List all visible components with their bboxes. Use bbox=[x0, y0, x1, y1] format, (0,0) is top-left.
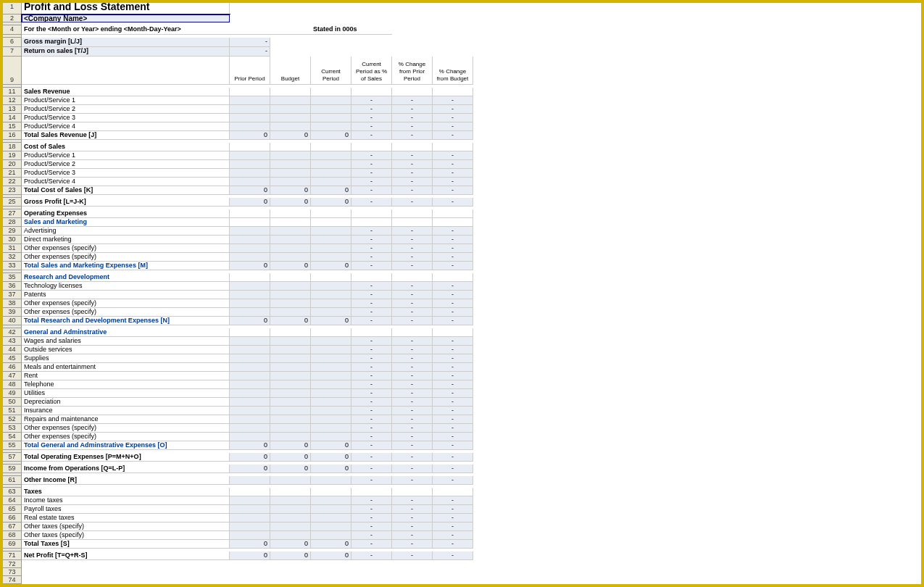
value-cell[interactable]: - bbox=[351, 198, 392, 207]
value-cell[interactable] bbox=[230, 380, 270, 389]
row-label[interactable]: Taxes bbox=[22, 488, 230, 496]
value-cell[interactable] bbox=[230, 476, 270, 485]
value-cell[interactable] bbox=[392, 273, 433, 282]
value-cell[interactable]: 0 bbox=[230, 551, 270, 560]
row-header[interactable]: 49 bbox=[3, 389, 22, 398]
value-cell[interactable] bbox=[311, 273, 351, 282]
value-cell[interactable]: 0 bbox=[270, 317, 311, 325]
value-cell[interactable]: - bbox=[392, 398, 433, 407]
cell-empty[interactable] bbox=[473, 209, 921, 218]
value-cell[interactable] bbox=[270, 328, 311, 337]
value-cell[interactable] bbox=[311, 514, 351, 523]
value-cell[interactable] bbox=[311, 218, 351, 227]
value-cell[interactable] bbox=[270, 151, 311, 160]
value-cell[interactable]: - bbox=[433, 308, 473, 317]
value-cell[interactable]: - bbox=[351, 299, 392, 308]
value-cell[interactable] bbox=[230, 415, 270, 424]
value-cell[interactable] bbox=[392, 143, 433, 151]
value-cell[interactable]: - bbox=[392, 151, 433, 160]
value-cell[interactable] bbox=[311, 114, 351, 122]
value-cell[interactable] bbox=[230, 169, 270, 178]
value-cell[interactable] bbox=[270, 273, 311, 282]
value-cell[interactable] bbox=[230, 105, 270, 114]
cell-empty[interactable] bbox=[473, 96, 921, 105]
value-cell[interactable]: 0 bbox=[270, 262, 311, 270]
value-cell[interactable]: - bbox=[433, 105, 473, 114]
cell-empty[interactable] bbox=[270, 47, 921, 57]
cell-empty[interactable] bbox=[473, 299, 921, 308]
row-header[interactable]: 53 bbox=[3, 424, 22, 433]
value-cell[interactable]: - bbox=[392, 540, 433, 549]
value-cell[interactable] bbox=[351, 488, 392, 496]
value-cell[interactable] bbox=[230, 253, 270, 262]
cell-empty[interactable] bbox=[473, 282, 921, 291]
value-cell[interactable] bbox=[270, 389, 311, 398]
row-header[interactable]: 45 bbox=[3, 354, 22, 363]
value-cell[interactable]: - bbox=[392, 169, 433, 178]
value-cell[interactable] bbox=[311, 380, 351, 389]
value-cell[interactable]: - bbox=[392, 476, 433, 485]
row-header[interactable]: 20 bbox=[3, 160, 22, 169]
row-label[interactable]: Income from Operations [Q=L-P] bbox=[22, 465, 230, 473]
value-cell[interactable]: 0 bbox=[230, 198, 270, 207]
value-cell[interactable] bbox=[230, 218, 270, 227]
value-cell[interactable]: - bbox=[392, 227, 433, 236]
value-cell[interactable] bbox=[270, 363, 311, 372]
row-label[interactable]: Insurance bbox=[22, 407, 230, 415]
row-header[interactable]: 55 bbox=[3, 441, 22, 450]
value-cell[interactable]: - bbox=[433, 424, 473, 433]
value-cell[interactable]: - bbox=[433, 415, 473, 424]
row-header[interactable]: 25 bbox=[3, 198, 22, 207]
row-label[interactable]: Other expenses (specify) bbox=[22, 424, 230, 433]
row-label[interactable]: Income taxes bbox=[22, 496, 230, 505]
value-cell[interactable]: - bbox=[433, 169, 473, 178]
value-cell[interactable]: - bbox=[351, 465, 392, 473]
value-cell[interactable] bbox=[270, 160, 311, 169]
value-cell[interactable]: - bbox=[392, 178, 433, 186]
value-cell[interactable]: - bbox=[392, 453, 433, 462]
value-cell[interactable]: 0 bbox=[230, 441, 270, 450]
value-cell[interactable]: - bbox=[351, 354, 392, 363]
cell-empty[interactable] bbox=[473, 531, 921, 540]
cell-empty[interactable] bbox=[473, 505, 921, 514]
row-label[interactable]: Other expenses (specify) bbox=[22, 244, 230, 253]
value-cell[interactable]: - bbox=[392, 346, 433, 354]
value-cell[interactable]: 0 bbox=[270, 441, 311, 450]
value-cell[interactable] bbox=[311, 354, 351, 363]
row-header[interactable]: 29 bbox=[3, 227, 22, 236]
cell-empty[interactable] bbox=[473, 88, 921, 96]
row-label[interactable]: Payroll taxes bbox=[22, 505, 230, 514]
value-cell[interactable] bbox=[311, 122, 351, 131]
value-cell[interactable] bbox=[230, 209, 270, 218]
value-cell[interactable]: - bbox=[351, 169, 392, 178]
row-header[interactable]: 67 bbox=[3, 523, 22, 531]
value-cell[interactable] bbox=[230, 151, 270, 160]
value-cell[interactable] bbox=[392, 88, 433, 96]
row-header[interactable]: 65 bbox=[3, 505, 22, 514]
row-header[interactable]: 4 bbox=[3, 25, 22, 35]
value-cell[interactable] bbox=[311, 209, 351, 218]
value-cell[interactable]: 0 bbox=[311, 441, 351, 450]
value-cell[interactable]: - bbox=[433, 505, 473, 514]
value-cell[interactable] bbox=[230, 291, 270, 299]
value-cell[interactable]: - bbox=[433, 122, 473, 131]
value-cell[interactable] bbox=[270, 398, 311, 407]
row-label[interactable]: Repairs and maintenance bbox=[22, 415, 230, 424]
company-cell[interactable]: <Company Name> bbox=[22, 14, 230, 22]
value-cell[interactable]: 0 bbox=[230, 186, 270, 195]
value-cell[interactable] bbox=[311, 227, 351, 236]
value-cell[interactable]: - bbox=[392, 433, 433, 441]
value-cell[interactable] bbox=[311, 253, 351, 262]
row-label[interactable]: Product/Service 2 bbox=[22, 105, 230, 114]
value-cell[interactable] bbox=[230, 531, 270, 540]
cell-empty[interactable] bbox=[473, 227, 921, 236]
value-cell[interactable] bbox=[230, 96, 270, 105]
cell-empty[interactable] bbox=[473, 178, 921, 186]
row-header[interactable]: 33 bbox=[3, 262, 22, 270]
value-cell[interactable]: - bbox=[351, 236, 392, 244]
row-label[interactable]: Other taxes (specify) bbox=[22, 531, 230, 540]
value-cell[interactable]: - bbox=[433, 253, 473, 262]
value-cell[interactable]: - bbox=[433, 441, 473, 450]
value-cell[interactable]: - bbox=[351, 523, 392, 531]
row-header[interactable]: 61 bbox=[3, 476, 22, 485]
